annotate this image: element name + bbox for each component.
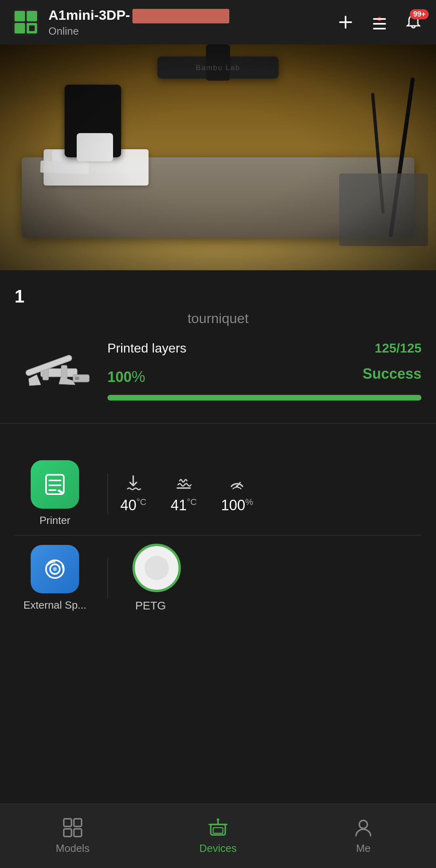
filament-spool-inner [145,556,169,580]
percent-symbol: % [132,368,145,385]
nozzle-temp-stat: 41°C [171,474,197,514]
print-layers-row: Printed layers 125/125 [107,341,421,356]
printer-app-icon[interactable] [31,460,79,509]
devices-icon [208,817,228,838]
print-card: Printed layers 125/125 100% Success [15,330,421,415]
svg-rect-3 [15,23,25,33]
vertical-divider-2 [107,558,108,598]
header-actions: 99+ [336,13,423,32]
filament-icon-block[interactable]: External Sp... [15,545,95,611]
svg-rect-5 [29,25,35,31]
device-title-block: A1mini-3DP- Online [48,7,336,38]
svg-rect-30 [64,829,71,837]
fan-speed-stat: 100% [221,474,253,514]
camera-feed[interactable]: Bambu Lab [0,44,436,270]
print-section: 1 tourniquet Print [0,270,436,423]
print-thumbnail [15,338,95,403]
bed-temp-value: 40°C [120,497,147,514]
device-name: A1mini-3DP- [48,7,242,23]
devices-label: Devices [199,842,237,855]
bed-temp-icon [124,474,143,493]
layers-label: Printed layers [107,341,187,356]
printer-stats: 40°C 41°C [120,474,421,514]
add-button[interactable] [336,13,355,32]
print-name: tourniquet [187,311,248,326]
printer-app-label: Printer [40,514,71,527]
svg-point-24 [236,485,238,488]
print-details: Printed layers 125/125 100% Success [107,341,421,401]
filament-app-label: External Sp... [23,599,86,611]
printer-row: Printer 40°C [15,460,421,527]
me-label: Me [356,842,371,855]
progress-bar-fill [107,395,421,401]
section-divider-2 [15,535,421,536]
bottom-nav: Models Devices Me [0,803,436,868]
nav-item-models[interactable]: Models [16,817,129,855]
print-status: Success [363,365,421,382]
notification-count: 99+ [410,9,429,19]
nozzle-temp-value: 41°C [171,497,197,514]
print-number: 1 [15,286,421,307]
svg-rect-29 [74,819,82,826]
nozzle-temp-icon [174,474,193,493]
nav-item-me[interactable]: Me [307,817,420,855]
filament-app-icon[interactable] [31,545,79,593]
menu-button[interactable] [370,13,389,32]
models-label: Models [56,842,90,855]
notification-button[interactable]: 99+ [404,13,423,32]
svg-point-37 [359,820,367,828]
svg-rect-31 [74,829,82,837]
spacer-1 [0,424,436,444]
printer-scene: Bambu Lab [0,44,436,270]
bottom-spacer [0,641,436,713]
svg-rect-2 [27,11,37,21]
redacted-bar [132,9,229,23]
filament-info: PETG [120,544,181,612]
filament-row: External Sp... PETG [15,544,421,624]
fan-speed-value: 100% [221,497,253,514]
svg-point-27 [53,567,57,571]
models-icon [62,817,83,838]
vertical-divider-1 [107,474,108,514]
printer-info-section: Printer 40°C [0,444,436,641]
progress-bar-track [107,395,421,401]
print-percent: 100% [107,360,145,388]
nav-item-devices[interactable]: Devices [161,817,275,855]
device-status: Online [48,25,336,38]
printer-icon-block[interactable]: Printer [15,460,95,527]
svg-rect-1 [15,11,25,21]
svg-rect-33 [213,828,223,833]
me-icon [353,817,374,838]
svg-point-36 [217,818,219,821]
filament-spool-circle [132,544,181,592]
svg-rect-17 [75,377,79,380]
print-progress-row: 100% Success [107,360,421,388]
svg-rect-28 [64,819,71,826]
fan-speed-icon [227,474,247,493]
layers-count: 125/125 [375,341,421,356]
header: A1mini-3DP- Online 99+ [0,0,436,44]
app-logo [11,8,40,37]
filament-type: PETG [135,599,166,612]
bed-temp-stat: 40°C [120,474,147,514]
